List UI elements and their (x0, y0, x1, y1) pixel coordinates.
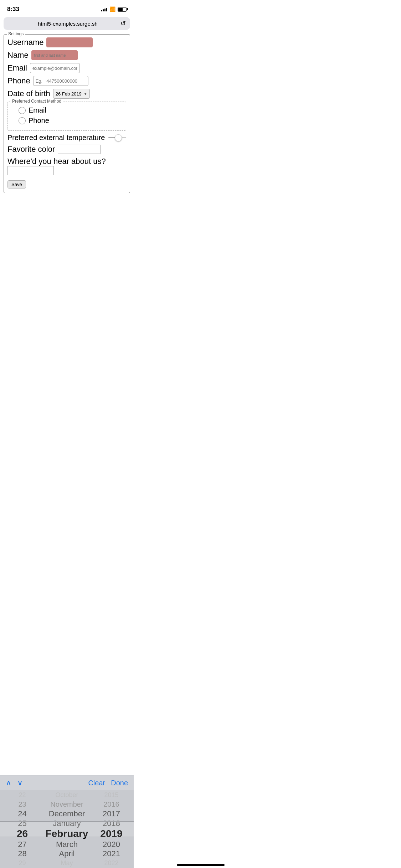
dob-row: Date of birth 26 Feb 2019 ▼ (7, 89, 126, 99)
temperature-label: Preferred external temperature (7, 134, 105, 142)
dob-label: Date of birth (7, 89, 50, 98)
save-button[interactable]: Save (7, 180, 26, 188)
phone-row: Phone (7, 76, 126, 86)
slider-thumb[interactable] (115, 134, 122, 141)
browser-bar[interactable]: html5-examples.surge.sh ↺ (4, 17, 130, 30)
battery-icon (118, 7, 127, 12)
signal-icon (101, 7, 107, 11)
contact-fieldset: Preferred Contact Method Email Phone (7, 102, 126, 131)
email-row: Email (7, 63, 126, 73)
temperature-row: Preferred external temperature (7, 134, 126, 142)
dob-value: 26 Feb 2019 (56, 91, 82, 97)
radio-phone[interactable] (19, 117, 26, 124)
settings-fieldset: Settings Username Name Email Phone Date … (4, 34, 130, 193)
reload-button[interactable]: ↺ (120, 20, 126, 27)
email-label: Email (7, 63, 27, 73)
radio-email[interactable] (19, 107, 26, 114)
contact-options-list: Email Phone (11, 106, 122, 125)
browser-url: html5-examples.surge.sh (15, 21, 120, 27)
status-icons: 📶 (101, 6, 127, 12)
wifi-icon: 📶 (109, 6, 115, 12)
username-input[interactable] (46, 37, 93, 47)
contact-email-label: Email (29, 106, 46, 114)
color-label: Favorite color (7, 145, 55, 154)
phone-input[interactable] (33, 76, 88, 86)
hear-row: Where'd you hear about us? (7, 157, 126, 175)
name-label: Name (7, 51, 29, 60)
color-input[interactable] (58, 145, 101, 154)
name-input[interactable] (31, 50, 78, 60)
contact-legend: Preferred Contact Method (11, 99, 63, 104)
dob-selector[interactable]: 26 Feb 2019 ▼ (53, 89, 90, 99)
settings-legend: Settings (7, 31, 25, 36)
temperature-slider[interactable] (108, 137, 126, 138)
email-input[interactable] (30, 63, 80, 73)
contact-option-email: Email (19, 106, 122, 114)
username-label: Username (7, 38, 43, 47)
status-time: 8:33 (7, 6, 19, 13)
contact-option-phone: Phone (19, 117, 122, 125)
username-row: Username (7, 37, 126, 47)
status-bar: 8:33 📶 (0, 0, 134, 16)
main-content: Settings Username Name Email Phone Date … (2, 33, 132, 195)
hear-input[interactable] (7, 166, 54, 175)
name-row: Name (7, 50, 126, 60)
phone-label: Phone (7, 76, 30, 86)
contact-phone-label: Phone (29, 117, 49, 125)
hear-label: Where'd you hear about us? (7, 157, 106, 166)
dob-arrow-icon: ▼ (84, 92, 87, 96)
color-row: Favorite color (7, 145, 126, 154)
